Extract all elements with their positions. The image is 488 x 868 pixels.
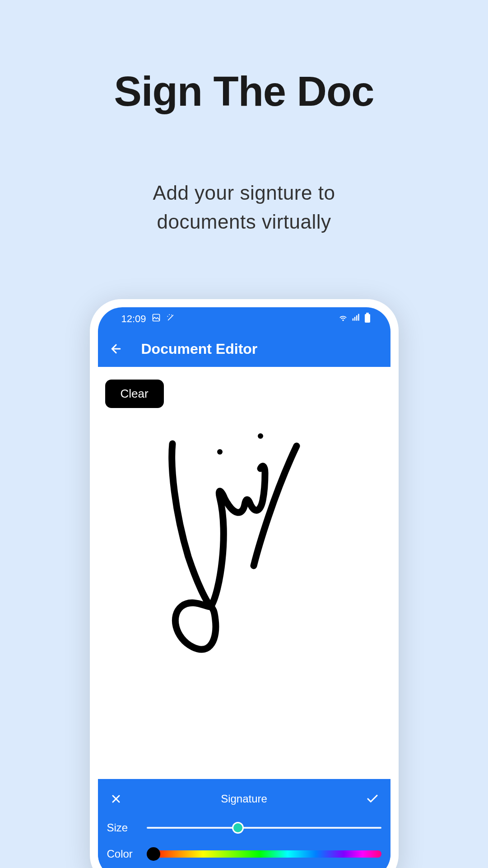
svg-rect-3 [356,315,358,321]
clear-button[interactable]: Clear [105,380,164,408]
svg-point-7 [217,449,223,455]
back-button[interactable] [105,338,127,360]
color-control: Color [107,848,381,860]
app-bar: Document Editor [98,331,390,367]
signature-drawing [130,430,337,683]
svg-point-8 [258,433,263,439]
size-slider-thumb[interactable] [232,822,244,834]
status-bar: 12:09 [98,307,390,331]
color-slider[interactable] [147,850,381,858]
promo-title: Sign The Doc [0,0,488,115]
promo-subtitle-line1: Add your signture to [153,182,335,204]
wand-icon [166,313,175,325]
size-label: Size [107,821,136,834]
image-icon [152,313,161,325]
color-label: Color [107,848,136,860]
arrow-left-icon [109,342,123,356]
promo-subtitle: Add your signture to documents virtually [0,115,488,236]
close-button[interactable] [107,790,125,808]
size-control: Size [107,821,381,834]
svg-rect-2 [354,317,355,320]
signal-icon [352,313,361,325]
color-slider-thumb[interactable] [147,847,160,861]
phone-screen: 12:09 [98,307,390,868]
battery-icon [364,313,371,325]
promo-subtitle-line2: documents virtually [157,211,331,233]
svg-rect-5 [366,313,369,314]
app-title: Document Editor [141,341,258,357]
check-icon [366,792,379,806]
signature-panel: Signature Size Color [98,779,390,868]
confirm-button[interactable] [363,790,381,808]
wifi-icon [338,313,348,325]
panel-title: Signature [221,793,267,805]
svg-rect-4 [358,314,359,321]
status-time: 12:09 [121,313,146,325]
svg-rect-6 [365,314,370,323]
phone-frame: 12:09 [90,299,399,868]
signature-canvas[interactable]: Clear [98,367,390,779]
close-icon [110,793,122,805]
size-slider[interactable] [147,827,381,829]
svg-rect-1 [352,319,353,321]
